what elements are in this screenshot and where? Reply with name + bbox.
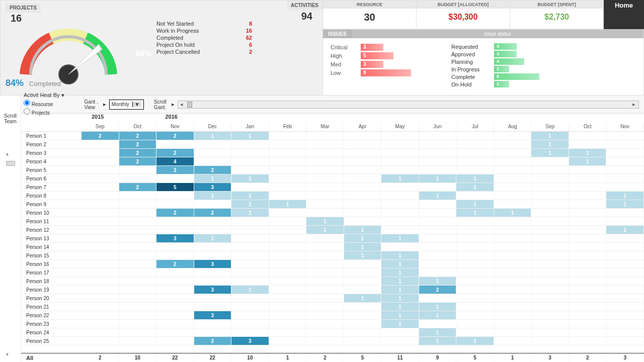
heat-cell: [82, 166, 119, 174]
scroll-team-up[interactable]: ▴: [6, 151, 9, 156]
heat-cell: 1: [569, 149, 607, 157]
heat-cell: 1: [381, 286, 419, 294]
heat-cell: [269, 192, 307, 200]
heat-cell: [531, 166, 569, 174]
heat-cell: [456, 243, 494, 251]
heat-cell: [381, 192, 419, 200]
heat-cell: [82, 234, 119, 242]
total-cell: 1: [269, 353, 307, 362]
heat-cell: 2: [156, 149, 194, 157]
year-2016: 2016: [165, 114, 238, 123]
heat-cell: [194, 303, 232, 311]
heat-row: Person 193112: [21, 286, 644, 294]
home-button[interactable]: Home: [604, 0, 644, 29]
heat-cell: [456, 311, 494, 319]
heat-cell: [381, 183, 419, 191]
heat-cell: 1: [569, 157, 607, 165]
heat-cell: [606, 157, 644, 165]
heat-row: Person 141: [21, 243, 644, 251]
heat-cell: [119, 260, 157, 268]
total-cell: 10: [119, 353, 157, 362]
heat-cell: 1: [381, 277, 419, 285]
heat-row: Person 252311: [21, 337, 644, 345]
view-select[interactable]: Monthly ▼: [109, 100, 144, 110]
heat-cell: [194, 294, 232, 302]
heat-cell: [494, 303, 532, 311]
heat-cell: [419, 209, 457, 217]
heat-cell: 1: [231, 132, 269, 140]
scroll-team-thumb[interactable]: [6, 161, 15, 166]
scrollbar-thumb[interactable]: [187, 102, 192, 108]
month-header: May: [381, 123, 419, 131]
heat-cell: [494, 183, 532, 191]
scroll-right-icon[interactable]: ▸: [630, 101, 637, 108]
row-label: Person 20: [21, 294, 82, 302]
heat-cell: [606, 337, 644, 345]
scroll-team-down[interactable]: ▾: [6, 351, 9, 357]
heat-cell: [82, 311, 119, 319]
heat-cell: [156, 311, 194, 319]
heat-row: Person 1811: [21, 277, 644, 286]
heat-cell: 1: [456, 183, 494, 191]
heat-cell: [419, 157, 457, 165]
heat-cell: [231, 303, 269, 311]
heat-cell: 2: [119, 149, 157, 157]
heat-cell: [82, 328, 119, 336]
month-header: Mar: [306, 123, 344, 131]
heat-cell: 1: [194, 132, 232, 140]
heat-cell: [269, 337, 307, 345]
heat-cell: [306, 157, 344, 165]
row-label: Person 21: [21, 303, 82, 311]
row-label: Person 10: [21, 209, 82, 217]
row-label: Person 9: [21, 200, 82, 208]
heat-cell: [344, 268, 382, 277]
heat-cell: [231, 251, 269, 259]
projects-tab[interactable]: PROJECTS: [6, 3, 41, 13]
heat-cell: [82, 157, 119, 165]
row-label: Person 1: [21, 132, 82, 140]
heat-cell: [569, 234, 607, 242]
budget-spent-tab[interactable]: BUDGET [SPENT]: [510, 1, 603, 9]
scroll-left-icon[interactable]: ◂: [178, 101, 185, 108]
heat-cell: 2: [119, 132, 157, 140]
heat-cell: [531, 174, 569, 183]
activities-tab[interactable]: ACTIVITIES: [287, 1, 323, 10]
heat-cell: [119, 294, 157, 302]
heat-cell: [119, 243, 157, 251]
heat-cell: [194, 226, 232, 234]
heat-cell: [194, 243, 232, 251]
heat-cell: [381, 149, 419, 157]
row-label: Person 25: [21, 337, 82, 345]
heat-cell: [156, 226, 194, 234]
heat-cell: [119, 217, 157, 225]
heat-cell: [569, 192, 607, 200]
gantt-scrollbar[interactable]: ◂ ▸: [178, 101, 639, 109]
heat-cell: [269, 174, 307, 183]
total-cell: 11: [381, 353, 419, 362]
heat-cell: [569, 337, 607, 345]
heat-cell: 3: [156, 234, 194, 242]
heat-row: Person 171: [21, 268, 644, 277]
heat-cell: [569, 286, 607, 294]
heat-cell: [606, 311, 644, 319]
heat-cell: 1: [344, 226, 382, 234]
budget-allocated-tab[interactable]: BUDGET [ALLOCATED]: [417, 1, 510, 9]
heat-cell: [194, 268, 232, 277]
total-cell: 2: [82, 353, 119, 362]
row-label: Person 11: [21, 217, 82, 225]
gant-view-label: Gant . View: [85, 99, 98, 110]
month-header: Oct: [119, 123, 157, 131]
row-label: Person 2: [21, 140, 82, 148]
heat-cell: [531, 277, 569, 285]
heat-cell: 3: [194, 311, 232, 319]
heat-row: Person 81111: [21, 192, 644, 200]
heat-cell: [119, 337, 157, 345]
row-label: Person 19: [21, 286, 82, 294]
heat-cell: [82, 217, 119, 225]
heat-cell: [306, 320, 344, 328]
radio-resource[interactable]: Resourse: [24, 100, 64, 108]
heat-cell: [569, 320, 607, 328]
heat-cell: [494, 294, 532, 302]
heat-cell: 1: [456, 200, 494, 208]
resource-tab[interactable]: RESOURCE: [323, 1, 416, 9]
